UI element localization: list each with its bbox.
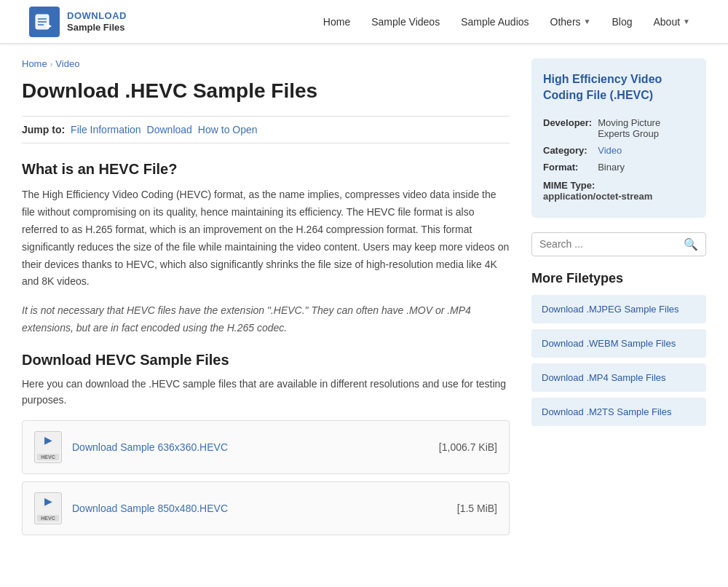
jump-how-to-open[interactable]: How to Open (198, 124, 258, 135)
filetype-link-1[interactable]: Download .WEBM Sample Files (531, 329, 706, 358)
download-link-0[interactable]: Download Sample 636x360.HEVC (72, 441, 429, 453)
more-filetypes-section: More Filetypes Download .MJPEG Sample Fi… (531, 271, 706, 426)
play-icon-1: ▶ (44, 496, 52, 506)
search-input[interactable] (539, 238, 684, 250)
download-item-0: ▶ HEVC Download Sample 636x360.HEVC [1,0… (22, 420, 510, 474)
filetype-link-2[interactable]: Download .MP4 Sample Files (531, 363, 706, 392)
search-box[interactable]: 🔍 (531, 232, 706, 256)
download-section-desc: Here you can download the .HEVC sample f… (22, 376, 510, 409)
logo-text: DOWNLOAD Sample Files (67, 10, 127, 33)
sidebar-label-format: Format: (543, 159, 598, 176)
page-title: Download .HEVC Sample Files (22, 78, 510, 104)
logo-icon (29, 7, 60, 37)
file-icon-0: ▶ HEVC (34, 431, 62, 463)
sidebar-row-category: Category: Video (543, 142, 695, 159)
section-what-is-para: The High Efficiency Video Coding (HEVC) … (22, 186, 510, 291)
play-icon-0: ▶ (44, 435, 52, 445)
file-size-1: [1.5 MiB] (457, 503, 497, 514)
more-filetypes-title: More Filetypes (531, 271, 706, 286)
sidebar-value-developer: Moving Picture Experts Group (598, 114, 695, 142)
jump-download[interactable]: Download (147, 124, 192, 135)
sidebar-row-mime: MIME Type: application/octet-stream (543, 176, 695, 205)
sidebar: High Efficiency Video Coding File (.HEVC… (531, 58, 706, 543)
file-size-0: [1,006.7 KiB] (439, 441, 497, 453)
category-link[interactable]: Video (598, 145, 622, 156)
breadcrumb-separator: › (50, 60, 53, 68)
sidebar-value-category: Video (598, 142, 695, 159)
nav-others[interactable]: Others▼ (542, 10, 600, 34)
sidebar-value-format: Binary (598, 159, 695, 176)
about-arrow-icon: ▼ (683, 17, 690, 25)
sidebar-info-table: Developer: Moving Picture Experts Group … (543, 114, 695, 205)
jump-to-label: Jump to: (22, 124, 65, 135)
sidebar-mime-cell: MIME Type: application/octet-stream (543, 176, 695, 205)
sidebar-label-category: Category: (543, 142, 598, 159)
sidebar-row-developer: Developer: Moving Picture Experts Group (543, 114, 695, 142)
main-content: Home › Video Download .HEVC Sample Files… (22, 58, 510, 543)
main-nav: Home Sample Videos Sample Audios Others▼… (314, 10, 699, 34)
nav-sample-audios[interactable]: Sample Audios (452, 10, 537, 34)
sidebar-card-title: High Efficiency Video Coding File (.HEVC… (543, 71, 695, 104)
download-section-title: Download HEVC Sample Files (22, 352, 510, 369)
site-logo[interactable]: DOWNLOAD Sample Files (29, 7, 127, 37)
file-type-label-1: HEVC (37, 515, 59, 521)
file-icon-1: ▶ HEVC (34, 492, 62, 524)
filetype-link-0[interactable]: Download .MJPEG Sample Files (531, 295, 706, 323)
sidebar-row-format: Format: Binary (543, 159, 695, 176)
sidebar-value-mime: application/octet-stream (543, 191, 652, 202)
others-arrow-icon: ▼ (584, 17, 591, 25)
download-item-1: ▶ HEVC Download Sample 850x480.HEVC [1.5… (22, 481, 510, 535)
nav-about[interactable]: About▼ (645, 10, 700, 34)
italic-note: It is not necessary that HEVC files have… (22, 302, 510, 337)
breadcrumb-video[interactable]: Video (55, 58, 79, 69)
nav-home[interactable]: Home (314, 10, 359, 34)
jump-file-information[interactable]: File Information (71, 124, 141, 135)
file-type-label-0: HEVC (37, 454, 59, 460)
site-header: DOWNLOAD Sample Files Home Sample Videos… (0, 0, 728, 44)
nav-sample-videos[interactable]: Sample Videos (363, 10, 448, 34)
search-icon[interactable]: 🔍 (684, 237, 698, 251)
download-link-1[interactable]: Download Sample 850x480.HEVC (72, 503, 447, 514)
sidebar-label-developer: Developer: (543, 114, 598, 142)
sidebar-label-mime: MIME Type: (543, 180, 595, 191)
section-what-is-title: What is an HEVC File? (22, 161, 510, 178)
breadcrumb: Home › Video (22, 58, 510, 69)
filetype-link-3[interactable]: Download .M2TS Sample Files (531, 398, 706, 426)
nav-blog[interactable]: Blog (603, 10, 641, 34)
jump-to-bar: Jump to: File Information Download How t… (22, 116, 510, 143)
sidebar-info-card: High Efficiency Video Coding File (.HEVC… (531, 58, 706, 218)
breadcrumb-home[interactable]: Home (22, 58, 47, 69)
section-what-is-body: The High Efficiency Video Coding (HEVC) … (22, 186, 510, 291)
page-wrapper: Home › Video Download .HEVC Sample Files… (0, 44, 728, 572)
